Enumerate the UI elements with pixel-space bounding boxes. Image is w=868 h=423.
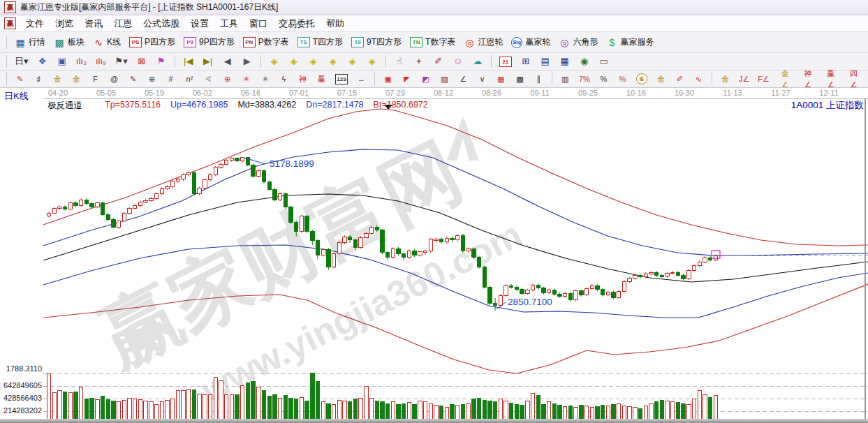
compress-y-button[interactable]: ◈ xyxy=(365,55,380,68)
bars-3-button[interactable]: ılı₃ xyxy=(74,55,89,68)
step-back-button[interactable]: ◀ xyxy=(220,55,235,68)
golden-section-tool[interactable]: 金 xyxy=(50,73,65,85)
box-fan-tool[interactable]: ◩ xyxy=(418,73,433,85)
bottom-scrollbar[interactable] xyxy=(0,419,868,423)
menu-item-6[interactable]: 设置 xyxy=(191,17,209,30)
skip-end-button[interactable]: ▶| xyxy=(200,55,216,68)
expand-y-button[interactable]: ◈ xyxy=(345,55,360,68)
send-button[interactable]: ◉ xyxy=(577,55,592,68)
width-arrows-tool[interactable]: ↔ xyxy=(354,73,369,85)
menu-item-8[interactable]: 窗口 xyxy=(249,17,267,30)
marker-pen-tool[interactable]: ✎ xyxy=(126,73,140,85)
slash-lines-tool[interactable]: ∥ xyxy=(531,73,546,85)
gold-underline-tool[interactable]: 金 xyxy=(718,73,733,85)
shen-angle-tool[interactable]: 神∠ xyxy=(799,67,818,91)
t-digit-table-button[interactable]: TNT数字表 xyxy=(408,36,457,49)
cloud-button[interactable]: ☁ xyxy=(470,55,485,68)
p-digit-table-button[interactable]: PNP数字表 xyxy=(241,36,291,49)
red-pen-tool[interactable]: ✎ xyxy=(13,73,27,85)
volume-profile-tool[interactable]: ▥ xyxy=(558,73,573,85)
crosshair-button[interactable]: + xyxy=(411,55,427,68)
angle-rays-tool[interactable]: ∠ xyxy=(456,73,471,85)
n-square-tool[interactable]: n² xyxy=(182,73,197,85)
web-link-button[interactable]: ❖ xyxy=(35,55,50,68)
box-select-tool[interactable]: ▣ xyxy=(381,73,395,85)
menu-item-9[interactable]: 交易委托 xyxy=(279,17,315,30)
drag-hand-button[interactable]: ☝ xyxy=(392,55,407,68)
menu-item-7[interactable]: 工具 xyxy=(220,17,238,30)
winner-service-button[interactable]: $赢家服务 xyxy=(604,36,656,49)
skip-start-button[interactable]: |◀ xyxy=(181,55,196,68)
zoom-out-x-button[interactable]: ◈ xyxy=(306,55,321,68)
ying-grid-tool[interactable]: 赢 xyxy=(314,73,329,85)
pattern-box-button[interactable]: ⊠ xyxy=(134,55,149,68)
percent-slash-tool[interactable]: 7% xyxy=(577,73,592,85)
web-dark-tool[interactable]: ✳ xyxy=(258,73,272,85)
tick-marks-tool[interactable]: ϟ xyxy=(277,73,291,85)
ruler-123-tool[interactable]: 123 xyxy=(333,73,350,85)
grid-hash-tool[interactable]: ♯ xyxy=(31,73,46,85)
menu-item-1[interactable]: 文件 xyxy=(26,17,44,30)
golden-ratio-tool[interactable]: 金 xyxy=(69,73,84,85)
menu-item-5[interactable]: 公式选股 xyxy=(143,17,179,30)
sectors-button[interactable]: ▩板块 xyxy=(52,36,87,49)
gann-wheel-button-icon: ◎ xyxy=(464,37,475,48)
wave-tool[interactable]: ∿ xyxy=(691,73,706,85)
circle-cross-tool[interactable]: ⊕ xyxy=(145,73,159,85)
hexagon-button[interactable]: ◎六角形 xyxy=(557,36,600,49)
kline-chart[interactable]: 赢家财富网www.yingjia360.com5178.18992850.710… xyxy=(0,88,868,419)
chart-area[interactable]: 日K线 04-2005-0505-1906-0206-1607-0107-150… xyxy=(0,88,868,419)
spiral-tool[interactable]: @ xyxy=(107,73,122,85)
grid-arrow-tool[interactable]: ▩ xyxy=(513,73,527,85)
menu-item-4[interactable]: 江恩 xyxy=(114,17,132,30)
bars-9-button[interactable]: ılı₉ xyxy=(94,55,109,68)
p9-square-button[interactable]: P99P四方形 xyxy=(182,36,237,49)
fan-rays-tool[interactable]: ◤ xyxy=(399,73,414,85)
red-marker-tool[interactable]: ✐ xyxy=(672,73,687,85)
shift-right-button[interactable]: ◈ xyxy=(286,55,302,68)
mirror-angle-tool[interactable]: ∢ xyxy=(201,73,216,85)
gold-angle-tool[interactable]: 金∠ xyxy=(776,67,795,91)
f-angle-tool[interactable]: F∠ xyxy=(756,73,772,85)
p-square-button[interactable]: PSP四方形 xyxy=(127,36,177,49)
gold-lines-tool[interactable]: 金 xyxy=(654,73,668,85)
kline-button[interactable]: ∿K线 xyxy=(91,36,123,49)
notes-button[interactable]: ▤ xyxy=(538,55,553,68)
ying-angle-tool[interactable]: 赢∠ xyxy=(821,67,840,91)
menu-item-10[interactable]: 帮助 xyxy=(326,17,344,30)
price-grid-tool[interactable]: # xyxy=(163,73,178,85)
web-tool[interactable]: ✳ xyxy=(239,73,253,85)
print-button[interactable]: ▭ xyxy=(596,55,612,68)
t9-square-button[interactable]: T99T四方形 xyxy=(349,36,404,49)
red-grid-tool[interactable]: ▦ xyxy=(494,73,508,85)
mood-button[interactable]: ☺ xyxy=(450,55,466,68)
fib-ruler-tool[interactable]: F xyxy=(88,73,103,85)
t-square-button[interactable]: TST四方形 xyxy=(295,36,345,49)
calendar-button[interactable]: 21 xyxy=(497,56,514,68)
percent-lines-tool[interactable]: % xyxy=(615,73,630,85)
percent-tool[interactable]: % xyxy=(596,73,611,85)
quotes-button[interactable]: ▦行情 xyxy=(13,36,47,49)
check-lines-tool[interactable]: ∨ xyxy=(475,73,490,85)
box-web-tool[interactable]: ▨ xyxy=(437,73,452,85)
gann-wheel-button[interactable]: ◎江恩轮 xyxy=(462,36,505,49)
si-angle-tool[interactable]: 四∠ xyxy=(844,67,863,91)
chart-style-dropdown[interactable]: 日▾ xyxy=(13,55,31,68)
menu-item-2[interactable]: 浏览 xyxy=(55,17,73,30)
measure-button[interactable]: ✐ xyxy=(431,55,446,68)
j-angle-tool[interactable]: J∠ xyxy=(737,73,751,85)
clipboard-button[interactable]: ▣ xyxy=(54,55,70,68)
menu-item-3[interactable]: 资讯 xyxy=(84,17,103,30)
color-flag-button[interactable]: ⚑ xyxy=(154,55,169,68)
calculator-button[interactable]: ⊞ xyxy=(518,55,534,68)
gold-circle-tool[interactable]: 金 xyxy=(634,73,649,85)
save-button[interactable]: ▦ xyxy=(557,55,573,68)
titlebar[interactable]: 赢 赢家江恩专业版[赢家内部服务平台] - [上证指数 SH1A0001-167… xyxy=(0,0,868,15)
flag-dropdown[interactable]: ⚑▾ xyxy=(113,55,130,68)
gann-fan-circle-tool[interactable]: ⊕ xyxy=(220,73,235,85)
zoom-in-x-button[interactable]: ◈ xyxy=(325,55,341,68)
step-forward-button[interactable]: ▶ xyxy=(240,55,255,68)
shen-grid-tool[interactable]: 神 xyxy=(295,73,310,85)
shift-left-button[interactable]: ◈ xyxy=(267,55,282,68)
winner-wheel-button[interactable]: Big赢家轮 xyxy=(509,36,552,49)
